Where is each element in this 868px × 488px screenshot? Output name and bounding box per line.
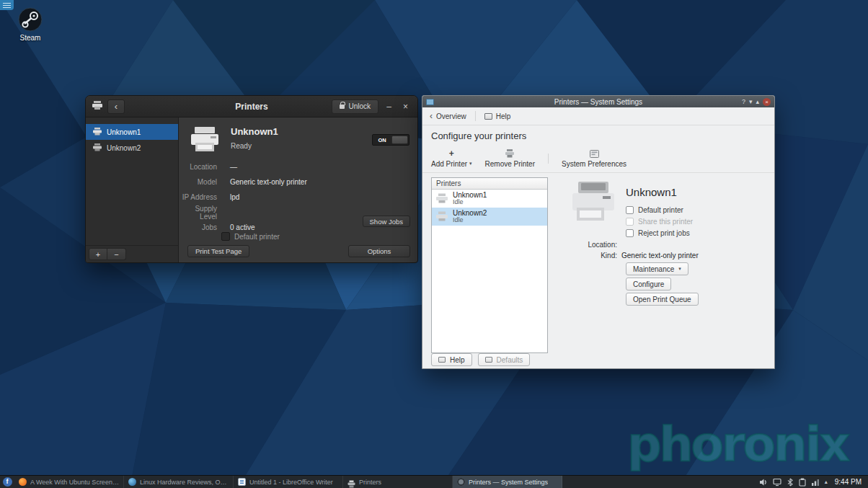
clipboard-icon[interactable]: [799, 478, 806, 487]
close-button[interactable]: ×: [399, 102, 412, 112]
libreoffice-writer-icon: [238, 478, 246, 486]
configure-button[interactable]: Configure: [626, 278, 671, 290]
reject-jobs-checkbox[interactable]: [626, 229, 634, 237]
unlock-button[interactable]: Unlock: [332, 99, 378, 114]
selected-printer-name: Unknown1: [626, 186, 677, 198]
system-settings-app-icon: [426, 99, 434, 105]
fedora-logo-icon: f: [3, 477, 12, 487]
taskbar-task-writer[interactable]: Untitled 1 - LibreOffice Writer: [234, 476, 343, 488]
taskbar-task-system-settings[interactable]: Printers — System Settings: [453, 476, 562, 488]
property-row: Model Generic text-only printer: [179, 174, 417, 190]
printer-status: Ready: [231, 142, 278, 150]
help-icon: [484, 113, 492, 120]
help-titlebar-button[interactable]: ?: [742, 98, 745, 105]
help-icon: [438, 357, 446, 363]
kind-row: Kind: Generic text-only printer: [567, 250, 766, 261]
sidebar-printer-unknown2[interactable]: Unknown2: [86, 140, 178, 156]
help-label: Help: [450, 356, 465, 364]
clock[interactable]: 9:44 PM: [835, 478, 862, 486]
property-value: 0 active: [230, 223, 254, 231]
taskbar-task-printers[interactable]: Printers: [343, 476, 453, 488]
nav-help-label: Help: [496, 112, 511, 120]
browser-icon: [128, 478, 136, 486]
property-row: Location —: [179, 159, 417, 174]
printer-row-unknown1[interactable]: Unknown1 Idle: [432, 190, 547, 208]
show-jobs-button[interactable]: Show Jobs: [363, 216, 410, 227]
maximize-button[interactable]: ▴: [756, 98, 759, 105]
nav-overview[interactable]: ‹ Overview: [430, 111, 466, 121]
volume-icon[interactable]: [759, 478, 768, 487]
printer-icon: [435, 211, 448, 223]
sidebar-printer-unknown1[interactable]: Unknown1: [86, 124, 178, 140]
task-label: Untitled 1 - LibreOffice Writer: [249, 479, 333, 486]
close-button[interactable]: ×: [763, 98, 771, 106]
kde-footer: Help Defaults: [431, 353, 774, 366]
switch-knob: [391, 136, 408, 144]
property-label: Jobs: [179, 223, 217, 231]
desktop: Steam ‹ Printers Unlock – ×: [0, 0, 868, 488]
location-label: Location:: [567, 241, 617, 249]
chevron-down-icon: ▾: [678, 266, 681, 272]
default-printer-checkbox[interactable]: [626, 206, 634, 214]
back-chevron-icon: ‹: [115, 101, 118, 112]
add-printer-button[interactable]: +: [89, 248, 107, 260]
property-value: Generic text-only printer: [230, 178, 307, 186]
taskbar-task-browser1[interactable]: A Week With Ubuntu Screensh...: [14, 476, 124, 488]
sidebar-toolbar: + −: [86, 245, 178, 262]
gnome-footer: Print Test Page Options: [187, 245, 410, 257]
firefox-icon: [19, 478, 27, 486]
system-settings-icon: [457, 478, 465, 486]
app-launcher-button[interactable]: f: [0, 476, 14, 488]
options-button[interactable]: Options: [348, 245, 410, 257]
location-row: Location:: [567, 239, 766, 250]
device-notifier-icon[interactable]: [773, 478, 781, 487]
desktop-icon-steam[interactable]: Steam: [12, 7, 49, 42]
printer-status: Idle: [453, 199, 487, 206]
printer-status: Idle: [453, 217, 487, 224]
remove-printer-label: Remove Printer: [485, 160, 535, 168]
printer-row-unknown2[interactable]: Unknown2 Idle: [432, 208, 547, 226]
page-title: Configure your printers: [431, 130, 774, 141]
maintenance-dropdown[interactable]: Maintenance ▾: [626, 262, 688, 275]
default-printer-row: Default printer: [221, 232, 280, 241]
taskbar-task-browser2[interactable]: Linux Hardware Reviews, Open...: [124, 476, 234, 488]
remove-printer-action[interactable]: Remove Printer: [485, 149, 535, 168]
nav-overview-label: Overview: [436, 112, 466, 120]
network-icon[interactable]: [811, 478, 820, 487]
minimize-button[interactable]: ▾: [749, 98, 753, 105]
printer-image: [567, 180, 620, 228]
printer-name: Unknown1: [231, 126, 278, 137]
open-print-queue-button[interactable]: Open Print Queue: [626, 293, 699, 306]
system-preferences-action[interactable]: System Preferences: [562, 149, 626, 168]
share-printer-checkbox: [626, 218, 634, 226]
reject-jobs-row[interactable]: Reject print jobs: [626, 227, 693, 239]
defaults-button: Defaults: [478, 353, 531, 366]
steam-icon-label: Steam: [12, 34, 49, 42]
help-button[interactable]: Help: [431, 353, 472, 366]
remove-printer-button[interactable]: −: [107, 248, 126, 260]
reject-jobs-label: Reject print jobs: [638, 229, 690, 237]
task-label: Printers: [359, 479, 381, 486]
sidebar-printer-label: Unknown1: [107, 128, 141, 136]
plus-icon: +: [449, 149, 454, 159]
property-label: Model: [179, 178, 217, 186]
print-test-page-button[interactable]: Print Test Page: [187, 245, 249, 257]
printer-on-switch[interactable]: ON: [372, 134, 409, 146]
gnome-window-body: Unknown1 Unknown2 + −: [86, 117, 417, 262]
printer-list-header: Printers: [432, 178, 547, 190]
nav-help[interactable]: Help: [484, 112, 511, 120]
share-printer-label: Share this printer: [638, 218, 693, 226]
add-printer-action[interactable]: + Add Printer ▾: [431, 149, 472, 168]
minimize-button[interactable]: –: [383, 102, 395, 112]
switch-on-label: ON: [373, 137, 391, 143]
chevron-down-icon: ▾: [469, 161, 472, 167]
sidebar-printer-label: Unknown2: [107, 144, 141, 152]
system-preferences-icon: [590, 149, 599, 159]
default-printer-row[interactable]: Default printer: [626, 204, 693, 216]
bluetooth-icon[interactable]: [787, 478, 794, 487]
default-printer-checkbox[interactable]: [221, 232, 230, 241]
unlock-label: Unlock: [348, 102, 371, 110]
tray-expander-icon[interactable]: ▴: [825, 479, 828, 485]
back-button[interactable]: ‹: [107, 99, 125, 114]
defaults-label: Defaults: [497, 356, 523, 364]
